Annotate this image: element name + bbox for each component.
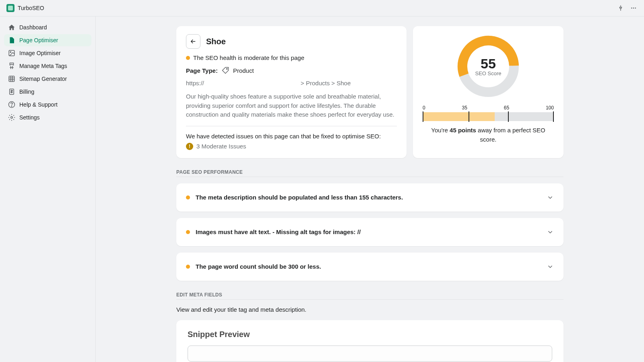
sidebar-item-label: Page Optimiser — [19, 37, 58, 43]
page-type-value: Product — [233, 67, 254, 74]
seo-score-gauge: 55 SEO Score — [456, 34, 520, 99]
scale-tick — [508, 111, 509, 122]
seo-score-label: SEO Score — [475, 70, 501, 76]
sidebar-item-label: Image Optimiser — [19, 50, 61, 56]
sidebar-item-label: Settings — [19, 114, 40, 121]
metatag-icon — [8, 62, 15, 70]
performance-issue-title: Images must have alt text. - Missing alt… — [196, 228, 541, 235]
svg-point-2 — [635, 8, 636, 9]
sidebar-item-label: Help & Support — [19, 101, 58, 108]
page-description: Our high-quality shoes feature a support… — [186, 92, 397, 126]
performance-issue-title: The page word count should be 300 or les… — [196, 263, 541, 270]
section-header-edit-meta: EDIT META FIELDS — [176, 292, 564, 300]
scale-label-q1: 35 — [462, 105, 467, 111]
seo-health-text: The SEO health is moderate for this page — [193, 54, 304, 61]
chevron-down-icon — [547, 263, 554, 270]
edit-meta-description: View and edit your title tag and meta de… — [176, 306, 564, 313]
section-header-performance: PAGE SEO PERFORMANCE — [176, 169, 564, 177]
seo-score-message: You're 45 points away from a perfect SEO… — [423, 126, 554, 144]
billing-icon — [8, 88, 15, 95]
sidebar-item-label: Manage Meta Tags — [19, 63, 67, 69]
performance-issue-title: The meta description should be populated… — [196, 194, 541, 201]
page-type-label: Page Type: — [186, 67, 218, 74]
arrow-left-icon — [190, 38, 197, 45]
performance-issue-item[interactable]: The meta description should be populated… — [176, 183, 564, 212]
chevron-down-icon — [547, 228, 554, 236]
performance-issue-item[interactable]: The page word count should be 300 or les… — [176, 253, 564, 281]
sidebar-item-dashboard[interactable]: Dashboard — [4, 21, 91, 33]
svg-point-8 — [11, 106, 12, 107]
issues-row: ! 3 Moderate Issues — [186, 143, 397, 150]
sidebar-item-billing[interactable]: Billing — [4, 86, 91, 98]
status-dot-icon — [186, 230, 190, 234]
snippet-preview-title: Snippet Preview — [188, 330, 552, 339]
scale-label-min: 0 — [423, 105, 425, 111]
page-breadcrumb: > Products > Shoe — [301, 80, 351, 86]
image-icon — [8, 49, 15, 57]
svg-point-0 — [631, 8, 632, 9]
app-logo — [6, 4, 14, 12]
svg-rect-5 — [9, 76, 14, 82]
seo-score-scale: 0 35 65 100 — [423, 105, 554, 121]
page-title: Shoe — [206, 37, 226, 46]
main-content: Shoe The SEO health is moderate for this… — [96, 16, 644, 362]
top-bar-right — [617, 4, 638, 12]
page-url-protocol: https:// — [186, 80, 204, 86]
sidebar-item-page-optimiser[interactable]: Page Optimiser — [4, 34, 91, 46]
chevron-down-icon — [547, 194, 554, 201]
scale-label-max: 100 — [546, 105, 554, 111]
sidebar-item-settings[interactable]: Settings — [4, 111, 91, 123]
sidebar-item-label: Billing — [19, 88, 34, 95]
scale-tick — [553, 111, 554, 122]
seo-health-row: The SEO health is moderate for this page — [186, 54, 397, 61]
sidebar-item-help-support[interactable]: Help & Support — [4, 99, 91, 111]
page-icon — [8, 37, 15, 44]
sidebar-item-image-optimiser[interactable]: Image Optimiser — [4, 47, 91, 59]
top-bar: TurboSEO — [0, 0, 644, 16]
sidebar-item-manage-meta-tags[interactable]: Manage Meta Tags — [4, 60, 91, 72]
settings-icon — [8, 114, 15, 121]
snippet-preview-card: Snippet Preview — [176, 320, 564, 362]
page-url-row: https:// > Products > Shoe — [186, 80, 397, 86]
sidebar-item-sitemap-generator[interactable]: Sitemap Generator — [4, 73, 91, 85]
svg-point-10 — [227, 68, 227, 69]
svg-point-4 — [10, 51, 11, 52]
more-icon[interactable] — [630, 4, 638, 12]
scale-tick — [423, 111, 423, 122]
page-type-row: Page Type: Product — [186, 67, 397, 74]
home-icon — [8, 24, 15, 31]
sidebar-item-label: Sitemap Generator — [19, 76, 67, 82]
page-summary-card: Shoe The SEO health is moderate for this… — [176, 26, 407, 158]
issues-count-text: 3 Moderate Issues — [196, 143, 246, 150]
sidebar: Dashboard Page Optimiser Image Optimiser… — [0, 16, 96, 362]
pin-icon[interactable] — [617, 4, 625, 12]
app-name: TurboSEO — [18, 5, 44, 11]
svg-point-9 — [11, 117, 13, 119]
seo-score-value: 55 — [475, 57, 501, 70]
warning-badge-icon: ! — [186, 143, 193, 150]
status-dot-icon — [186, 265, 190, 269]
help-icon — [8, 101, 15, 108]
back-button[interactable] — [186, 34, 200, 49]
status-dot-icon — [186, 56, 190, 60]
sitemap-icon — [8, 75, 15, 82]
seo-score-card: 55 SEO Score 0 35 65 100 — [413, 26, 564, 158]
sidebar-item-label: Dashboard — [19, 24, 47, 31]
scale-fill — [423, 112, 495, 121]
status-dot-icon — [186, 195, 190, 200]
tag-icon — [222, 67, 229, 74]
top-bar-left: TurboSEO — [6, 4, 44, 12]
scale-tick — [469, 111, 469, 122]
scale-label-q2: 65 — [504, 105, 509, 111]
snippet-title-input[interactable] — [188, 346, 552, 362]
svg-point-1 — [633, 8, 634, 9]
performance-issue-item[interactable]: Images must have alt text. - Missing alt… — [176, 218, 564, 246]
issues-intro: We have detected issues on this page can… — [186, 133, 397, 140]
